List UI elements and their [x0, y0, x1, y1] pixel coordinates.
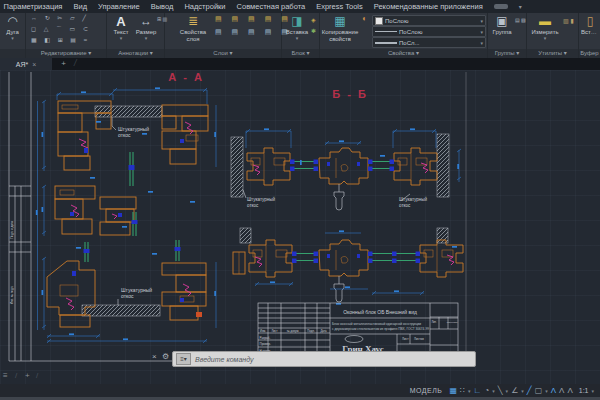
layer-properties-button[interactable]: ≣ Свойства слоя: [175, 14, 211, 42]
svg-text:Лист: Лист: [271, 329, 278, 333]
stamp-side-label-2: Инв. № подл.: [10, 285, 14, 304]
command-line[interactable]: ≡▾ Введите команду: [172, 351, 476, 367]
svg-text:Дата: Дата: [320, 329, 327, 333]
command-customize-icon[interactable]: ⚙: [162, 352, 169, 361]
panel-label-layers[interactable]: Слои ▾: [165, 49, 281, 58]
object-snap-tracking-icon[interactable]: ∠: [511, 385, 518, 397]
panel-label-utilities[interactable]: Утилиты ▾: [527, 49, 578, 58]
profile-mid-left: [55, 186, 95, 234]
ribbon-collapse-icon[interactable]: [494, 4, 508, 9]
paste-clipboard-icon: ▯: [587, 14, 594, 29]
lineweight-dropdown[interactable]: ПоСл... ▾: [372, 37, 486, 48]
scale-caret-icon[interactable]: ▾: [591, 388, 594, 394]
tab-express-tools[interactable]: Express Tools: [316, 2, 363, 11]
profile-sill-right: [162, 263, 206, 320]
panel-block: ◨ Вставка ▾ ◈ ✱ Блок ▾: [282, 13, 320, 58]
linetype-dropdown[interactable]: ПоСлою ▾: [372, 26, 486, 37]
paste-button[interactable]: ▯ Вставить: [581, 14, 599, 36]
svg-text:Лит.: Лит.: [431, 320, 436, 324]
tab-output[interactable]: Вывод: [151, 2, 174, 11]
glass-panes-vertical: [84, 152, 181, 262]
utilities-extra-icons[interactable]: ▥ ▮: [563, 17, 574, 24]
sheet-frame: Подп. и дата Инв. № подл.: [9, 72, 466, 361]
ribbon-tab-bar: Аннотации Параметризация Вид Управление …: [0, 0, 600, 13]
isodraft-icon[interactable]: ╲: [498, 385, 503, 397]
polar-tracking-icon[interactable]: ◔: [484, 385, 489, 397]
model-space-canvas[interactable]: Подп. и дата Инв. № подл. А - А Б - Б Шт…: [0, 70, 600, 384]
section-b-label: Б - Б: [332, 88, 368, 100]
panel-label-annotation[interactable]: Аннотации ▾: [107, 49, 164, 58]
svg-text:откос: откос: [399, 203, 411, 208]
groups-extra-icons[interactable]: ▤ ▧: [515, 17, 526, 23]
modify-icons-row2[interactable]: ◻ △ ⌒ ▭ ⊂: [31, 25, 91, 34]
svg-text:Разраб.: Разраб.: [260, 336, 271, 340]
measure-icon: ▬: [539, 14, 551, 29]
panel-label-editing[interactable]: Редактирование ▾: [26, 49, 106, 58]
text-button[interactable]: А Текст ▾: [110, 14, 132, 40]
svg-text:откос: откос: [247, 203, 259, 208]
section-a-label: А - А: [168, 71, 204, 83]
svg-text:Изм.: Изм.: [260, 329, 266, 333]
block-extra-icon1[interactable]: ◈: [311, 16, 316, 23]
command-options-icon[interactable]: ≡▾: [176, 353, 191, 365]
layer-state-icons-row2[interactable]: ▤ ▤ ▤ ▤ ▤: [215, 28, 292, 36]
annotation-scale-icon[interactable]: Ʌ: [567, 385, 572, 397]
profile-top-right: [162, 105, 208, 164]
annotation-scale-value[interactable]: 1:1: [579, 387, 589, 394]
snap-icon[interactable]: ∷: [460, 385, 465, 397]
block-extra-icon2[interactable]: ✱: [311, 27, 316, 34]
arc-button[interactable]: ◠ Дуга ▾: [2, 14, 23, 40]
polar-caret-icon[interactable]: ▾: [492, 388, 495, 394]
ortho-icon[interactable]: ∟: [474, 385, 482, 397]
svg-text:Блок оконный металлопластиковы: Блок оконный металлопластиковый одинарно…: [332, 322, 421, 326]
panel-label-clipboard[interactable]: Буфер: [579, 49, 600, 58]
layout-tabs-icon[interactable]: ≡: [3, 371, 8, 380]
modify-icons-row3[interactable]: ▦ ◧ ⊞ ▤ ≈: [31, 36, 90, 43]
cad-drawing: Подп. и дата Инв. № подл. А - А Б - Б Шт…: [0, 70, 600, 384]
tab-collaborate[interactable]: Совместная работа: [237, 2, 306, 11]
annotation-visibility-icon[interactable]: Ʌ: [551, 385, 556, 397]
panel-label-block[interactable]: Блок ▾: [282, 49, 319, 58]
panel-label-properties[interactable]: Свойства ▾: [320, 49, 487, 58]
command-close-icon[interactable]: ×: [152, 352, 157, 361]
tab-addins[interactable]: Надстройки: [184, 2, 225, 11]
drawing-file-tab[interactable]: АЯ* ×: [0, 58, 52, 70]
dimension-button[interactable]: ↔ Размер ▾: [134, 14, 158, 40]
isodraft-caret-icon[interactable]: ▾: [506, 388, 509, 394]
panel-properties: ▦ Копирование свойств ◐ ПоСлою ▾ ПоСлою …: [320, 13, 488, 58]
panel-label-groups[interactable]: Группы ▾: [488, 49, 526, 58]
measure-button[interactable]: ▬ Измерить ▾: [530, 14, 560, 40]
tab-view[interactable]: Вид: [73, 2, 87, 11]
otrack-caret-icon[interactable]: ▾: [521, 388, 524, 394]
command-prompt[interactable]: Введите команду: [195, 356, 253, 363]
object-color-dropdown[interactable]: ПоСлою ▾: [372, 15, 486, 26]
drawing-title: Оконный блок ОБ Внешний вид: [343, 309, 417, 315]
new-tab-button[interactable]: +: [58, 59, 69, 69]
tab-parametrization[interactable]: Параметризация: [4, 2, 63, 11]
new-layout-button[interactable]: +: [25, 371, 30, 380]
tab-manage[interactable]: Управление: [98, 2, 140, 11]
grid-icon[interactable]: ▦: [449, 385, 457, 397]
ribbon: ◠ Дуга ▾ ↔ ↻ ✂ ▱ ╱ ◻ △ ⌒ ▭ ⊂ ▦ ◧ ⊞ ▤ ≈ Р…: [0, 13, 600, 58]
group-icon: ▣: [496, 14, 507, 29]
insert-block-button[interactable]: ◨ Вставка ▾: [284, 14, 310, 40]
selection-cycling-icon[interactable]: ▢: [535, 385, 543, 397]
tab-featured-apps[interactable]: Рекомендованные приложения: [374, 2, 483, 11]
annotation-autoscale-icon[interactable]: Ʌ: [559, 385, 564, 397]
object-snap-icon[interactable]: ╱: [527, 385, 532, 397]
panel-annotation: А Текст ▾ ↔ Размер ▾ ⊞ ▥ Аннотации ▾: [107, 13, 165, 58]
group-button[interactable]: ▣ Группа: [490, 14, 514, 36]
section-b-profiles: [233, 148, 463, 302]
model-space-button[interactable]: МОДЕЛЬ: [410, 387, 443, 394]
svg-text:Провер.: Провер.: [260, 342, 271, 346]
ribbon-collapse-caret-icon[interactable]: ▾: [519, 3, 522, 10]
match-properties-button[interactable]: ▦ Копирование свойств: [322, 14, 358, 42]
layer-state-icons-row1[interactable]: ▤ ▤ ▤ ▤ ▤: [215, 15, 292, 23]
selection-caret-icon[interactable]: ▾: [545, 388, 548, 394]
snap-caret-icon[interactable]: ▾: [468, 388, 471, 394]
arc-icon: ◠: [7, 14, 17, 29]
close-tab-icon[interactable]: ×: [32, 61, 36, 68]
modify-icons-row1[interactable]: ↔ ↻ ✂ ▱ ╱: [31, 14, 89, 21]
match-properties-icon: ▦: [334, 14, 345, 29]
svg-text:откос: откос: [121, 293, 134, 299]
